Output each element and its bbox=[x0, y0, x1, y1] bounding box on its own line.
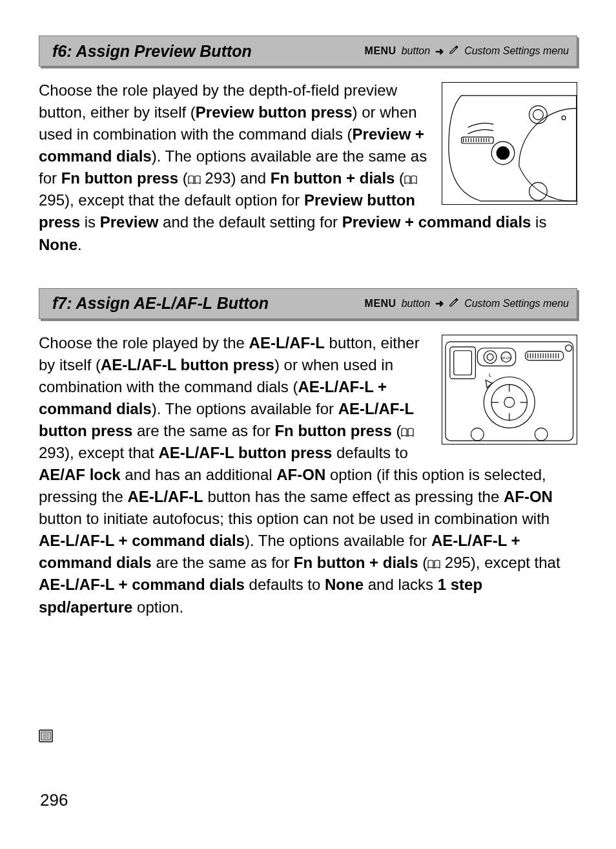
svg-point-49 bbox=[471, 428, 484, 441]
nav-button-word: button bbox=[402, 298, 430, 309]
nav-button-word: button bbox=[402, 45, 430, 57]
arrow-icon: ➜ bbox=[435, 45, 444, 58]
nav-menu-word: MENU bbox=[365, 45, 396, 57]
svg-text:L: L bbox=[489, 372, 492, 378]
svg-point-16 bbox=[529, 182, 548, 200]
section-body-f7: AF-ON L Choose the role played by the AE… bbox=[39, 332, 577, 618]
pencil-icon bbox=[449, 45, 459, 58]
section-header-f7: f7: Assign AE-L/AF-L Button MENU button … bbox=[39, 288, 577, 319]
nav-menu-name: Custom Settings menu bbox=[464, 298, 569, 309]
section-title: f6: Assign Preview Button bbox=[52, 42, 252, 61]
section-title: f7: Assign AE-L/AF-L Button bbox=[52, 294, 269, 313]
page-number: 296 bbox=[40, 790, 68, 810]
arrow-icon: ➜ bbox=[435, 297, 444, 309]
svg-point-0 bbox=[529, 106, 548, 124]
pencil-icon bbox=[449, 297, 459, 310]
svg-point-1 bbox=[533, 110, 544, 120]
nav-menu-word: MENU bbox=[365, 298, 396, 309]
svg-point-23 bbox=[488, 353, 494, 360]
section-nav: MENU button ➜ Custom Settings menu bbox=[365, 297, 569, 310]
svg-point-40 bbox=[566, 344, 572, 351]
svg-point-3 bbox=[497, 147, 509, 160]
svg-point-50 bbox=[535, 428, 548, 441]
camera-front-illustration bbox=[442, 82, 577, 205]
section-nav: MENU button ➜ Custom Settings menu bbox=[365, 45, 569, 58]
svg-text:AF-ON: AF-ON bbox=[502, 356, 512, 359]
nav-menu-name: Custom Settings menu bbox=[464, 45, 569, 57]
camera-back-illustration: AF-ON L bbox=[442, 335, 577, 445]
section-body-f6: Choose the role played by the depth-of-f… bbox=[39, 79, 577, 256]
svg-rect-20 bbox=[454, 350, 472, 375]
svg-point-22 bbox=[484, 350, 497, 363]
svg-point-17 bbox=[562, 116, 566, 120]
menu-tab-icon bbox=[36, 726, 56, 746]
section-header-f6: f6: Assign Preview Button MENU button ➜ … bbox=[39, 36, 577, 67]
svg-point-43 bbox=[504, 397, 515, 407]
svg-rect-26 bbox=[526, 351, 564, 360]
